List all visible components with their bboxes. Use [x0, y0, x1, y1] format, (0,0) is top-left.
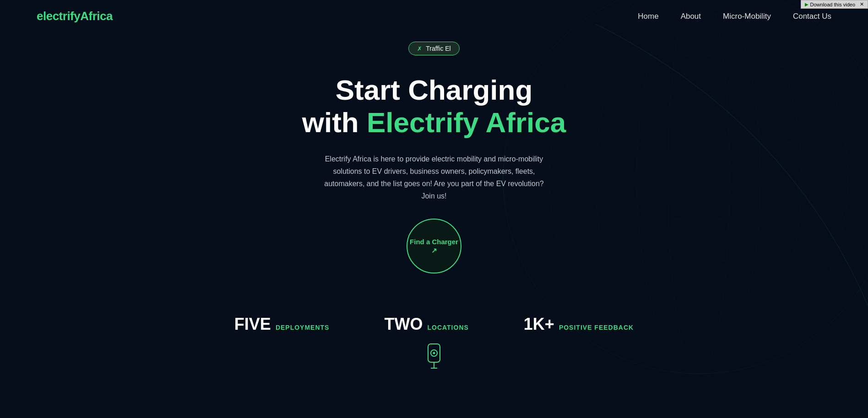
stat-number-deployments: FIVE [234, 315, 271, 334]
nav-link-about[interactable]: About [681, 12, 701, 21]
nav-item-contact[interactable]: Contact Us [793, 12, 831, 21]
hero-title-line2-green: Electrify Africa [367, 107, 566, 138]
pill-icon: ✗ [417, 45, 422, 52]
stat-locations: TWO LOCATIONS [384, 315, 468, 334]
stat-number-locations: TWO [384, 315, 423, 334]
nav-links: Home About Micro-Mobility Contact Us [638, 12, 831, 21]
svg-point-11 [433, 352, 435, 354]
download-bar[interactable]: ▶ Download this video ✕ [801, 0, 868, 9]
logo-accent: Africa [80, 9, 113, 23]
stat-label-deployments: DEPLOYMENTS [276, 324, 330, 331]
logo[interactable]: electrifyAfrica [37, 9, 113, 23]
nav-item-home[interactable]: Home [638, 12, 658, 21]
download-label: Download this video [810, 2, 855, 7]
stat-deployments: FIVE DEPLOYMENTS [234, 315, 330, 334]
hero-title-line2-normal: with [302, 107, 367, 138]
stat-feedback: 1K+ POSITIVE FEEDBACK [524, 315, 634, 334]
tag-pill[interactable]: ✗ Traffic El [408, 42, 459, 55]
hero-section: Start Charging with Electrify Africa Ele… [0, 55, 868, 310]
nav-item-about[interactable]: About [681, 12, 701, 21]
play-icon: ▶ [805, 2, 808, 7]
stats-section: FIVE DEPLOYMENTS TWO LOCATIONS 1K+ POSIT… [0, 310, 868, 334]
tag-pill-container: ✗ Traffic El [0, 42, 868, 55]
stat-label-feedback: POSITIVE FEEDBACK [559, 324, 634, 331]
close-icon[interactable]: ✕ [860, 1, 864, 7]
hero-title: Start Charging with Electrify Africa [9, 74, 859, 139]
ev-charger-icon [423, 343, 445, 370]
stat-label-locations: LOCATIONS [427, 324, 468, 331]
pill-text: Traffic El [426, 45, 450, 52]
nav-link-micro-mobility[interactable]: Micro-Mobility [723, 12, 771, 21]
hero-title-line1: Start Charging [336, 74, 533, 106]
cta-container: Find a Charger ↗ [9, 219, 859, 273]
nav-link-home[interactable]: Home [638, 12, 658, 21]
logo-text: electrify [37, 9, 80, 23]
ev-icon-container [0, 343, 868, 370]
hero-description: Electrify Africa is here to provide elec… [320, 153, 548, 203]
stat-number-feedback: 1K+ [524, 315, 554, 334]
nav-item-micro-mobility[interactable]: Micro-Mobility [723, 12, 771, 21]
find-charger-button[interactable]: Find a Charger ↗ [407, 219, 461, 273]
navbar: electrifyAfrica Home About Micro-Mobilit… [0, 0, 868, 32]
nav-link-contact[interactable]: Contact Us [793, 12, 831, 21]
